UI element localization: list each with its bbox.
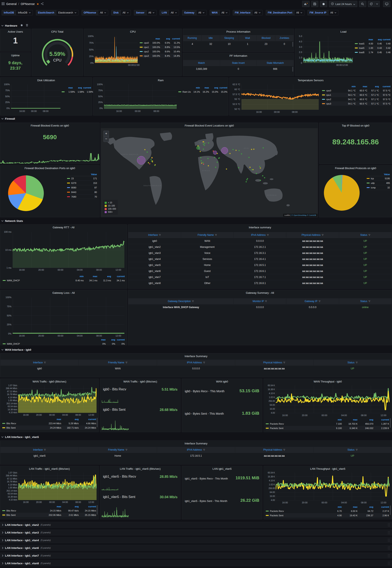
filter-icon[interactable] xyxy=(322,234,324,236)
legend-col-header[interactable]: max xyxy=(84,275,97,277)
column-header[interactable]: Physical Address xyxy=(286,232,339,238)
kiosk-mode-button[interactable] xyxy=(383,1,390,7)
scrollbar[interactable] xyxy=(292,42,293,47)
filter-icon[interactable] xyxy=(159,234,161,236)
filter-icon[interactable] xyxy=(356,362,358,364)
panel-title[interactable]: WAN Traffic - igb0 (Bits/sec) xyxy=(0,379,99,384)
column-header[interactable]: Blocked xyxy=(257,35,275,41)
column-header[interactable]: Gateway Description xyxy=(128,298,234,304)
table-row[interactable]: igb1_vlan7IoT172.16.7.1aa:aa:aa:aa:aa:aa… xyxy=(128,274,392,280)
filter-icon[interactable] xyxy=(203,362,205,364)
variable-value-dropdown[interactable]: All xyxy=(294,10,304,15)
table-row[interactable]: igb0WAN0.0.0.0aa:aa:aa:aa:aa:aaUP xyxy=(128,238,392,244)
legend-col-header[interactable]: max xyxy=(364,38,373,41)
legend-col-header[interactable]: avg xyxy=(97,275,111,277)
column-header[interactable]: Status xyxy=(313,360,392,365)
map-zoom-in-button[interactable]: + xyxy=(104,131,109,136)
variable-value-dropdown[interactable]: All xyxy=(121,10,131,15)
panel-title[interactable]: Interface Summary xyxy=(0,353,392,359)
panel-title[interactable]: Load xyxy=(295,29,392,34)
slice-label[interactable]: udp xyxy=(371,182,381,184)
series-name[interactable]: load1 xyxy=(359,42,364,45)
filter-icon[interactable] xyxy=(203,449,205,451)
column-header[interactable]: Status xyxy=(339,232,392,238)
table-row[interactable]: igb1_vlan6Guest172.16.6.1aa:aa:aa:aa:aa:… xyxy=(128,268,392,274)
legend-col-header[interactable]: Value xyxy=(381,173,390,175)
legend-col-header[interactable]: current xyxy=(79,505,96,508)
panel-title[interactable]: Interface summary xyxy=(128,225,392,230)
refresh-interval-chevron-icon[interactable] xyxy=(375,3,379,5)
series-name[interactable]: Bits Sent xyxy=(6,426,44,429)
legend-col-header[interactable]: current xyxy=(79,418,96,421)
scrollbar[interactable] xyxy=(390,418,391,428)
table-row[interactable]: igb0WAN0.0.0.0aa:aa:aa:aa:aa:aaUP xyxy=(0,365,392,371)
column-header[interactable]: State Mismatch xyxy=(257,60,294,66)
panel-title[interactable]: Uptime xyxy=(0,53,30,58)
zoom-out-time-button[interactable] xyxy=(359,1,366,7)
panel-title[interactable]: Gateway Loss - All xyxy=(0,290,127,295)
legend-col-header[interactable]: avg xyxy=(106,338,115,341)
collapsed-row-title[interactable]: LAN Interface - igb1_vlan3 xyxy=(5,531,39,534)
series-name[interactable]: Bits Sent xyxy=(6,514,44,516)
row-header-hardware[interactable]: Hardware xyxy=(1,23,28,28)
column-header[interactable]: Wait xyxy=(238,35,257,41)
variable-value-dropdown[interactable]: InfluxDB xyxy=(16,10,33,15)
series-name[interactable]: Bits Recv xyxy=(6,510,44,512)
column-header[interactable]: Interface xyxy=(0,447,79,453)
collapsed-row-title[interactable]: LAN Interface - igb1_vlan4 xyxy=(5,539,39,542)
loss-plot-area[interactable] xyxy=(13,297,124,334)
panel-title[interactable]: WAN Traffic - igb0 (Bits/sec) xyxy=(100,379,181,384)
rtt-plot-area[interactable] xyxy=(13,232,124,268)
column-header[interactable]: Friendly Name xyxy=(79,447,157,453)
series-name[interactable]: WAN_DHCP xyxy=(7,343,96,345)
series-name[interactable]: cpu1 xyxy=(326,94,344,96)
wan-traffic-plot-area[interactable] xyxy=(18,385,97,413)
panel-title[interactable]: CPU Total xyxy=(32,29,83,34)
series-name[interactable]: Packets Recv xyxy=(270,510,326,512)
variable-value-dropdown[interactable]: Elasticsearch xyxy=(56,10,78,15)
panel-title[interactable]: PF Information xyxy=(183,53,294,58)
legend-col-header[interactable]: avg xyxy=(73,87,82,89)
column-header[interactable]: Physical Address xyxy=(235,447,313,453)
collapsed-row-title[interactable]: LAN Interface - igb1_vlan8 xyxy=(5,562,39,565)
column-header[interactable]: IPV4 Address xyxy=(157,447,235,453)
series-name[interactable]: Packets Recv xyxy=(270,422,326,425)
table-row[interactable]: igb1_vlan4Services172.16.4.1aa:aa:aa:aa:… xyxy=(128,256,392,262)
filter-icon[interactable] xyxy=(283,362,285,364)
table-row[interactable]: igb1_vlan2Management172.16.2.1aa:aa:aa:a… xyxy=(128,244,392,250)
legend-col-header[interactable]: avg xyxy=(373,38,382,41)
panel-title[interactable]: Temperature Sensors xyxy=(229,77,392,83)
legend-col-header[interactable]: current xyxy=(111,275,125,277)
legend-col-header[interactable]: max xyxy=(200,87,209,89)
map-zoom-out-button[interactable]: − xyxy=(104,136,109,142)
series-name[interactable]: cpu0 xyxy=(326,89,344,92)
series-name[interactable]: cpu2 xyxy=(326,98,344,101)
row-delete-trash-icon[interactable] xyxy=(26,24,28,27)
drag-handle-icon[interactable] xyxy=(388,554,390,557)
collapsed-row-title[interactable]: LAN Interface - igb1_vlan6 xyxy=(5,546,39,550)
legend-col-header[interactable]: min xyxy=(326,418,342,421)
slice-label[interactable]: 23 xyxy=(71,177,87,180)
wan-throughput-plot-area[interactable] xyxy=(276,385,390,413)
legend-col-header[interactable]: current xyxy=(115,338,125,341)
legend-col-header[interactable]: current xyxy=(373,418,389,421)
filter-icon[interactable] xyxy=(319,300,321,302)
legend-col-header[interactable]: max xyxy=(44,418,61,421)
series-name[interactable]: load15 xyxy=(359,47,364,49)
legend-col-header[interactable]: avg xyxy=(367,85,379,88)
filter-icon[interactable] xyxy=(267,234,269,236)
filter-icon[interactable] xyxy=(368,234,370,236)
collapsed-row[interactable]: LAN Interface - igb1_vlan7 (5 panels) xyxy=(0,553,392,558)
series-name[interactable]: Packets Sent xyxy=(270,514,326,517)
cpu-plot-area[interactable] xyxy=(95,36,138,63)
attribution-links[interactable]: | © OpenStreetMap © CartoDB xyxy=(291,214,316,216)
legend-col-header[interactable]: current xyxy=(170,37,180,40)
load-plot-area[interactable] xyxy=(303,36,353,63)
column-header[interactable]: Status xyxy=(313,447,392,453)
filter-icon[interactable] xyxy=(283,449,285,451)
filter-icon[interactable] xyxy=(126,449,127,451)
drag-handle-icon[interactable] xyxy=(388,562,390,565)
panel-title[interactable]: Firewall Blocked Event Locations on igb0 xyxy=(101,123,318,128)
time-range-picker[interactable]: Last 24 hours xyxy=(329,1,357,7)
row-header-network-stats[interactable]: Network Stats xyxy=(1,218,23,223)
